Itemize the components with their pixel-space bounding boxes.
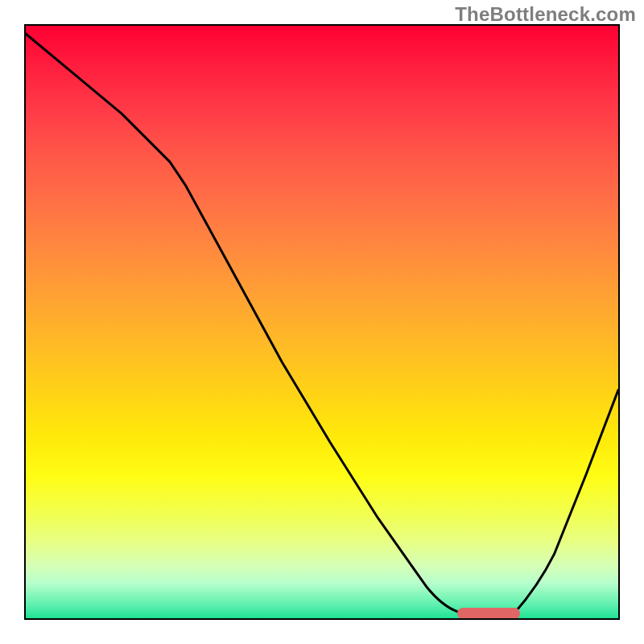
plot-area [24,24,620,620]
optimal-range-marker [457,608,520,619]
bottleneck-curve [26,26,618,618]
curve-path [26,34,618,615]
stage: TheBottleneck.com [0,0,644,644]
watermark-text: TheBottleneck.com [455,3,636,26]
